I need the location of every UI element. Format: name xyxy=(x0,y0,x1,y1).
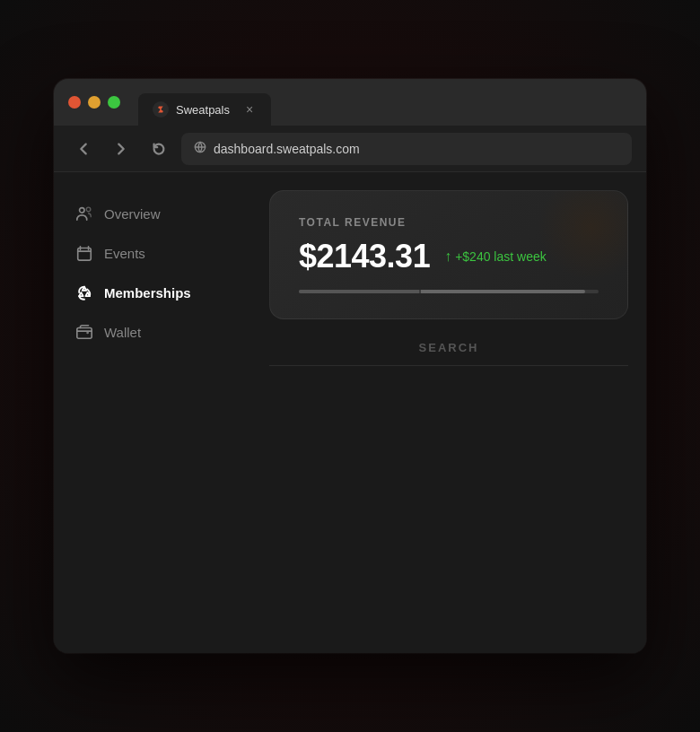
globe-icon xyxy=(194,141,206,156)
sidebar-item-memberships[interactable]: Memberships xyxy=(54,273,251,312)
nav-bar: dashboard.sweatpals.com xyxy=(54,126,646,172)
minimize-button[interactable] xyxy=(88,96,101,109)
people-icon xyxy=(75,205,93,222)
search-label: SEARCH xyxy=(419,341,479,354)
sidebar: Overview Events xyxy=(54,172,251,653)
main-content: TOTAL REVENUE $2143.31 ↑ +$240 last week… xyxy=(251,172,646,653)
address-text: dashboard.sweatpals.com xyxy=(214,142,360,156)
sidebar-item-overview-label: Overview xyxy=(104,206,161,222)
progress-segment-1 xyxy=(299,290,419,293)
revenue-progress-bar xyxy=(299,290,599,293)
search-area: SEARCH xyxy=(269,341,628,366)
tab-bar: Sweatpals × xyxy=(54,79,646,126)
app-content: Overview Events xyxy=(54,172,646,653)
sidebar-item-overview[interactable]: Overview xyxy=(54,194,251,233)
tab-close-button[interactable]: × xyxy=(242,102,257,117)
progress-segment-2 xyxy=(421,290,586,293)
calendar-icon xyxy=(75,244,93,262)
sidebar-item-events-label: Events xyxy=(104,246,145,261)
trend-up-icon: ↑ xyxy=(444,248,451,265)
svg-rect-1 xyxy=(160,109,162,110)
address-bar[interactable]: dashboard.sweatpals.com xyxy=(181,133,632,165)
sidebar-item-memberships-label: Memberships xyxy=(104,285,191,301)
tab-favicon xyxy=(153,101,169,118)
revenue-card: TOTAL REVENUE $2143.31 ↑ +$240 last week xyxy=(269,190,628,319)
forward-button[interactable] xyxy=(106,135,136,162)
tab-title: Sweatpals xyxy=(176,103,230,117)
recycle-icon xyxy=(75,283,93,301)
revenue-change-text: +$240 last week xyxy=(455,249,547,264)
svg-point-3 xyxy=(80,208,84,213)
revenue-row: $2143.31 ↑ +$240 last week xyxy=(299,238,599,275)
revenue-label: TOTAL REVENUE xyxy=(299,216,599,229)
revenue-amount: $2143.31 xyxy=(299,238,430,275)
revenue-change: ↑ +$240 last week xyxy=(444,248,547,265)
browser-window: Sweatpals × xyxy=(54,79,646,653)
refresh-button[interactable] xyxy=(144,135,174,162)
search-divider xyxy=(269,365,628,366)
close-button[interactable] xyxy=(68,96,81,109)
sidebar-item-wallet-label: Wallet xyxy=(104,325,141,340)
sidebar-item-wallet[interactable]: Wallet xyxy=(54,312,251,352)
back-button[interactable] xyxy=(68,135,99,162)
traffic-lights xyxy=(68,96,120,109)
svg-point-4 xyxy=(86,207,91,212)
sidebar-item-events[interactable]: Events xyxy=(54,233,251,273)
svg-rect-6 xyxy=(77,327,92,338)
browser-tab[interactable]: Sweatpals × xyxy=(138,93,271,126)
wallet-icon xyxy=(75,323,93,341)
maximize-button[interactable] xyxy=(108,96,120,109)
